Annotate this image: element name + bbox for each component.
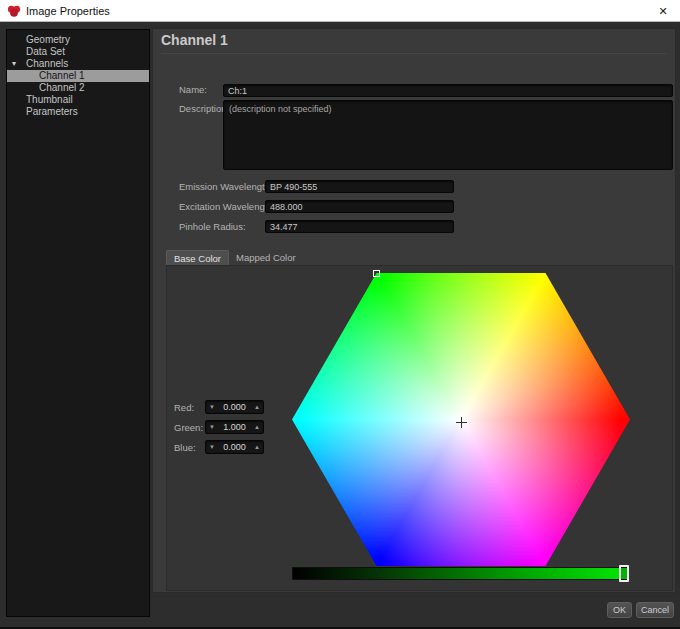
red-label: Red: bbox=[174, 402, 205, 413]
tab-mapped-color[interactable]: Mapped Color bbox=[229, 250, 303, 265]
spinner-up-icon[interactable]: ▲ bbox=[251, 444, 263, 450]
color-tabbar: Base Color Mapped Color bbox=[166, 250, 303, 265]
red-value[interactable]: 0.000 bbox=[218, 402, 251, 412]
sidebar-item-thumbnail[interactable]: Thumbnail bbox=[7, 94, 149, 106]
green-spinner[interactable]: ▼ 1.000 ▲ bbox=[205, 420, 264, 434]
blue-value[interactable]: 0.000 bbox=[218, 442, 251, 452]
ok-button[interactable]: OK bbox=[607, 602, 632, 618]
blue-row: Blue: ▼ 0.000 ▲ bbox=[174, 440, 264, 454]
sidebar-item-data-set[interactable]: Data Set bbox=[7, 46, 149, 58]
green-value[interactable]: 1.000 bbox=[218, 422, 251, 432]
tab-base-color[interactable]: Base Color bbox=[166, 250, 229, 265]
base-color-panel: Red: ▼ 0.000 ▲ Green: ▼ 1.000 ▲ Blue: ▼ bbox=[166, 265, 673, 591]
title-separator bbox=[161, 53, 666, 54]
name-label: Name: bbox=[179, 83, 207, 96]
title-bar: Image Properties ✕ bbox=[0, 0, 680, 22]
description-text: (description not specified) bbox=[229, 104, 332, 114]
blue-label: Blue: bbox=[174, 442, 205, 453]
color-hexagon[interactable] bbox=[292, 273, 630, 566]
excitation-wavelength-input[interactable] bbox=[265, 200, 454, 213]
brightness-ramp[interactable] bbox=[292, 567, 629, 580]
sidebar-item-geometry[interactable]: Geometry bbox=[7, 34, 149, 46]
sidebar-item-channel-2[interactable]: Channel 2 bbox=[7, 82, 149, 94]
description-textarea[interactable]: (description not specified) bbox=[223, 100, 673, 170]
emission-wavelength-input[interactable] bbox=[265, 180, 454, 193]
crosshair-marker bbox=[456, 417, 467, 428]
close-icon[interactable]: ✕ bbox=[654, 0, 672, 22]
name-input[interactable] bbox=[223, 84, 673, 97]
tree-collapse-icon[interactable]: ▾ bbox=[12, 58, 22, 70]
window-title: Image Properties bbox=[26, 0, 110, 22]
description-label: Description: bbox=[179, 102, 229, 115]
spinner-down-icon[interactable]: ▼ bbox=[206, 444, 218, 450]
image-properties-dialog: Image Properties ✕ Geometry Data Set ▾ C… bbox=[0, 0, 680, 629]
spinner-up-icon[interactable]: ▲ bbox=[251, 404, 263, 410]
sidebar-tree: Geometry Data Set ▾ Channels Channel 1 C… bbox=[6, 29, 150, 617]
spinner-up-icon[interactable]: ▲ bbox=[251, 424, 263, 430]
sidebar-item-channels[interactable]: ▾ Channels bbox=[7, 58, 149, 70]
blue-spinner[interactable]: ▼ 0.000 ▲ bbox=[205, 440, 264, 454]
ramp-handle[interactable] bbox=[619, 565, 629, 582]
spinner-down-icon[interactable]: ▼ bbox=[206, 404, 218, 410]
excitation-wavelength-label: Excitation Wavelength: bbox=[179, 200, 275, 213]
sidebar-item-parameters[interactable]: Parameters bbox=[7, 106, 149, 118]
green-row: Green: ▼ 1.000 ▲ bbox=[174, 420, 264, 434]
pinhole-radius-label: Pinhole Radius: bbox=[179, 220, 246, 233]
main-panel: Channel 1 Name: Description: (descriptio… bbox=[152, 28, 676, 593]
app-logo-icon bbox=[7, 4, 21, 18]
red-row: Red: ▼ 0.000 ▲ bbox=[174, 400, 264, 414]
emission-wavelength-label: Emission Wavelength: bbox=[179, 180, 273, 193]
sidebar-item-channel-1[interactable]: Channel 1 bbox=[7, 70, 149, 82]
green-label: Green: bbox=[174, 422, 205, 433]
red-spinner[interactable]: ▼ 0.000 ▲ bbox=[205, 400, 264, 414]
pinhole-radius-input[interactable] bbox=[265, 220, 454, 233]
sidebar-item-label: Channels bbox=[26, 58, 68, 69]
selected-hue-marker[interactable] bbox=[373, 270, 380, 277]
page-title: Channel 1 bbox=[161, 32, 228, 48]
cancel-button[interactable]: Cancel bbox=[636, 602, 674, 618]
spinner-down-icon[interactable]: ▼ bbox=[206, 424, 218, 430]
